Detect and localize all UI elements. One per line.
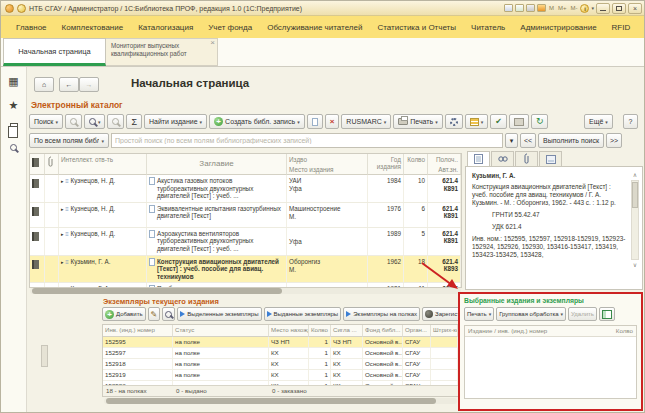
- link-icon[interactable]: [504, 4, 513, 12]
- copy-row[interactable]: 152923 на полке КХ 1 КХ Основной в... СГ…: [103, 381, 458, 385]
- expand-icon[interactable]: ▸: [61, 286, 64, 287]
- sum-button[interactable]: Σ: [126, 114, 142, 129]
- scrollbar-thumb[interactable]: [632, 182, 638, 208]
- splitter-grip[interactable]: [41, 345, 48, 367]
- expand-icon[interactable]: ▸: [61, 231, 64, 237]
- info-dropdown-icon[interactable]: ▾: [591, 5, 594, 11]
- delete-record-button[interactable]: ×: [325, 114, 340, 129]
- settings-button[interactable]: [445, 114, 463, 129]
- selected-copies-button[interactable]: Выделенные экземпляры: [177, 307, 261, 321]
- menu-chitatel[interactable]: Читатель: [464, 20, 512, 35]
- advanced-search-button[interactable]: [65, 114, 82, 129]
- refresh-button[interactable]: ↻: [531, 114, 549, 129]
- favorites-star-icon[interactable]: ★: [9, 99, 19, 112]
- copy-row[interactable]: 152597 на полке КХ 1 КХ Основной в... СГ…: [103, 348, 458, 359]
- more-button[interactable]: Ещё▾: [584, 114, 613, 129]
- issued-copies-button[interactable]: Выданные экземпляры: [264, 307, 342, 321]
- table-row-selected[interactable]: ▸ ≡ Кузьмин, Г. А. Конструкция авиационн…: [30, 256, 461, 284]
- copy-record-button[interactable]: [307, 114, 323, 129]
- history-icon[interactable]: [515, 4, 524, 12]
- expand-icon[interactable]: ▸: [61, 206, 64, 212]
- menu-katalogizaciya[interactable]: Каталогизация: [131, 20, 200, 35]
- copy-row[interactable]: 152919 на полке КХ 1 КХ Основной в... СГ…: [103, 370, 458, 381]
- tab-description[interactable]: [467, 151, 490, 166]
- sections-grid-icon[interactable]: ▦: [8, 75, 18, 88]
- selection-print-button[interactable]: Печать▾: [464, 307, 494, 321]
- menu-administrirovanie[interactable]: Администрирование: [513, 20, 603, 35]
- tab-cover[interactable]: [539, 151, 562, 166]
- history-pages-icon[interactable]: [10, 123, 18, 133]
- tab-marc-view[interactable]: [491, 151, 514, 166]
- column-fund[interactable]: Фонд библ...: [363, 325, 403, 337]
- copy-row[interactable]: 152918 на полке КХ 1 КХ Основной в... СГ…: [103, 359, 458, 370]
- search-history-dropdown[interactable]: ▾: [505, 133, 518, 148]
- search-plus-button[interactable]: [107, 114, 124, 129]
- column-barcode[interactable]: Штрих-код: [431, 325, 458, 337]
- expand-search-button[interactable]: >>: [606, 133, 622, 148]
- minimize-button[interactable]: [596, 3, 610, 14]
- find-edition-button[interactable]: Найти издание▾: [144, 114, 207, 129]
- scrollbar-thumb[interactable]: [32, 288, 282, 294]
- print-button[interactable]: Печать▾: [393, 114, 442, 129]
- calculator-icon[interactable]: [526, 4, 535, 12]
- edit-copy-button[interactable]: ✎: [148, 307, 161, 321]
- rusmarc-button[interactable]: RUSMARC▾: [341, 114, 391, 129]
- column-qty[interactable]: Колво: [309, 325, 331, 337]
- collapse-search-button[interactable]: <<: [520, 133, 536, 148]
- add-copy-button[interactable]: +Добавить: [102, 307, 146, 321]
- memory-mminus-button[interactable]: М-: [569, 5, 578, 11]
- delete-selection-button[interactable]: Удалить: [568, 307, 597, 321]
- help-button[interactable]: ?: [623, 114, 638, 129]
- column-attachment[interactable]: [45, 154, 59, 175]
- close-tab-icon[interactable]: ×: [210, 39, 215, 47]
- column-book-icon[interactable]: [30, 154, 45, 175]
- memory-m-button[interactable]: М: [548, 5, 555, 11]
- expand-icon[interactable]: ▸: [61, 178, 64, 184]
- tab-monitoring[interactable]: Мониторинг выпускных квалификационных ра…: [106, 38, 218, 66]
- collapse-panel-button[interactable]: [509, 114, 529, 129]
- quick-search-button[interactable]: ▾: [84, 114, 106, 129]
- column-status[interactable]: Статус: [173, 325, 269, 337]
- menu-rfid[interactable]: RFID: [605, 20, 638, 35]
- column-shelf[interactable]: Полоч..Авт.зн.: [428, 154, 461, 175]
- menu-glavnoe[interactable]: Главное: [9, 20, 54, 35]
- close-button[interactable]: ×: [628, 3, 642, 14]
- copy-row-selected[interactable]: 152595 на полке ЧЗ НП 1 ЧЗ НП Основной в…: [103, 337, 458, 348]
- tab-home[interactable]: Начальная страница: [3, 38, 106, 66]
- quick-menu-icon[interactable]: [17, 4, 26, 13]
- scrollbar-track[interactable]: [631, 180, 639, 260]
- catalog-horizontal-scrollbar[interactable]: [30, 288, 461, 294]
- column-edition[interactable]: Издание / инв. (инд.) номер: [468, 327, 547, 335]
- maximize-button[interactable]: [612, 3, 626, 14]
- memory-mplus-button[interactable]: М+: [557, 5, 568, 11]
- info-icon[interactable]: i: [580, 4, 589, 13]
- table-row[interactable]: ▸ ≡ Кузьмин, Г. А. Приближенная оценка у…: [30, 283, 461, 287]
- table-row[interactable]: ▸ ≡ Кузнецов, Н. Д. Акустика газовых пот…: [30, 175, 461, 203]
- search-field-selector[interactable]: По всем полям библ. зап▾: [29, 133, 109, 148]
- table-row[interactable]: ▸ ≡ Кузнецов, Н. Д. Аэроакустика вентиля…: [30, 228, 461, 256]
- list-settings-button[interactable]: ▾: [465, 114, 489, 129]
- menu-statistika[interactable]: Статистика и Отчеты: [370, 20, 463, 35]
- execute-search-button[interactable]: Выполнить поиск: [538, 133, 604, 148]
- find-copy-button[interactable]: [162, 307, 175, 321]
- group-processing-button[interactable]: Групповая обработка▾: [496, 307, 566, 321]
- column-publisher[interactable]: ИздвоМесто издания: [287, 154, 368, 175]
- shelf-copies-button[interactable]: Экземпляры на полках: [343, 307, 420, 321]
- menu-komplektovanie[interactable]: Комплектование: [55, 20, 131, 35]
- back-button[interactable]: ←: [59, 77, 79, 92]
- scroll-down-icon[interactable]: ∨: [633, 261, 637, 269]
- column-org[interactable]: Орган...: [403, 325, 431, 337]
- calendar-icon[interactable]: [537, 4, 546, 12]
- tab-attachments[interactable]: [515, 151, 538, 166]
- register-rfid-button[interactable]: Зарегистрировать метку RFID: [422, 307, 459, 321]
- search-input[interactable]: [111, 133, 503, 148]
- column-author[interactable]: Интеллект. отв-ть: [59, 154, 147, 175]
- copies-horizontal-scrollbar[interactable]: [104, 398, 457, 404]
- menu-uchet-fonda[interactable]: Учет фонда: [201, 20, 259, 35]
- column-inv-number[interactable]: Инв. (инд.) номер: [103, 325, 173, 337]
- search-menu-button[interactable]: Поиск▾: [29, 114, 63, 129]
- global-search-icon[interactable]: [10, 144, 17, 151]
- column-location[interactable]: Место нахожде...: [269, 325, 309, 337]
- forward-button[interactable]: →: [79, 77, 99, 92]
- details-vertical-scrollbar[interactable]: ∧ ∨: [630, 171, 640, 269]
